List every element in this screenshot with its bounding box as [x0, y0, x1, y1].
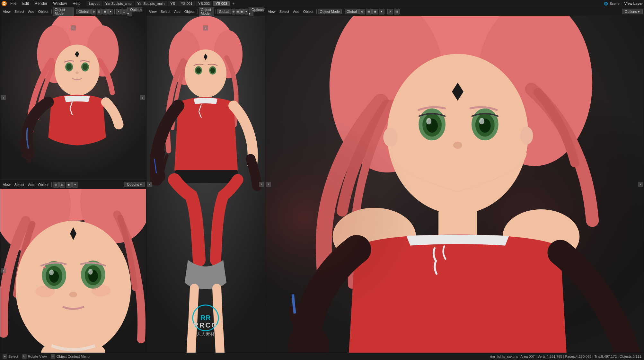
p4-right: Options ▾: [124, 182, 145, 187]
status-select: ● Select: [3, 354, 18, 359]
p2-nav-right[interactable]: ›: [259, 182, 264, 187]
panel-right: View Select Add Object Object Mode Globa…: [265, 7, 644, 353]
panel4-render: [0, 189, 146, 353]
p1-add-btn[interactable]: Add: [26, 9, 36, 14]
p1-object-btn[interactable]: Object: [37, 9, 50, 14]
scene-label: Scene: [610, 2, 620, 5]
panel3-content: ‹ ›: [265, 16, 644, 353]
p3-transform-icon[interactable]: ⊕: [359, 9, 365, 14]
p3-view-btn[interactable]: View: [266, 9, 277, 14]
tab-ys003[interactable]: YS.003: [213, 1, 230, 6]
tab-yansculpts-main[interactable]: YanSculpts_main: [135, 1, 167, 6]
p2-mode-btn[interactable]: Object Mode: [199, 7, 214, 16]
panel3-toolbar: View Select Add Object Object Mode Globa…: [265, 7, 644, 16]
svg-rect-61: [265, 16, 644, 353]
p3-add-btn[interactable]: Add: [291, 9, 301, 14]
p3-xray-icon[interactable]: ✕: [387, 9, 393, 14]
blender-logo-icon: [1, 1, 7, 6]
tab-ys001[interactable]: YS.001: [178, 1, 195, 6]
p4-shading-icon[interactable]: ●: [72, 182, 78, 188]
p3-global-btn[interactable]: Global: [345, 9, 359, 14]
p3-shading-icon[interactable]: ●: [379, 9, 384, 14]
p4-transform-icon[interactable]: ⊕: [53, 182, 59, 188]
p3-mode-btn[interactable]: Object Mode: [318, 9, 342, 14]
p4-options-btn[interactable]: Options ▾: [124, 182, 145, 187]
p3-sep1: [316, 9, 317, 14]
p1-select-btn[interactable]: Select: [13, 9, 26, 14]
p4-nav-left[interactable]: ‹: [1, 268, 6, 273]
tab-layout[interactable]: Layout: [86, 1, 102, 6]
p2-nav-top[interactable]: ‹: [203, 25, 208, 31]
p2-sep1: [198, 9, 198, 14]
tab-yansculpts-cmp[interactable]: YanSculpts_cmp: [103, 1, 134, 6]
p1-options-btn[interactable]: Options ▾: [127, 7, 142, 16]
p3-nav-left[interactable]: ‹: [266, 182, 271, 187]
p1-overlay-icon[interactable]: ◉: [102, 9, 108, 14]
panel-bottom-left: View Select Add Object ⊕ ⊞ ◉ ● Options ▾: [0, 180, 146, 353]
tab-ys002[interactable]: YS.002: [196, 1, 212, 6]
p4-add-btn[interactable]: Add: [26, 182, 36, 187]
p2-transform-icon[interactable]: ⊕: [232, 9, 235, 14]
p4-view-btn[interactable]: View: [1, 182, 12, 187]
select-icon: ●: [3, 354, 7, 359]
p1-mode2-icon[interactable]: ⊡: [121, 9, 127, 14]
panel-top-middle: View Select Add Object Object Mode Globa…: [146, 7, 265, 353]
status-context: ≡ Object Context Menu: [51, 354, 90, 359]
p1-nav-left[interactable]: ‹: [1, 95, 6, 100]
panel4-toolbar: View Select Add Object ⊕ ⊞ ◉ ● Options ▾: [0, 180, 146, 189]
p3-snap-icon[interactable]: ⊞: [366, 9, 372, 14]
status-bar: ● Select ↻ Rotate View ≡ Object Context …: [0, 353, 644, 360]
rotate-icon: ↻: [22, 354, 27, 359]
p2-nav-left[interactable]: ‹: [147, 182, 152, 187]
p3-object-btn[interactable]: Object: [302, 9, 315, 14]
p1-global-btn[interactable]: Global: [76, 9, 91, 14]
p2-shading-icon[interactable]: ●: [244, 9, 248, 14]
svg-point-78: [35, 285, 55, 297]
p2-options-btn[interactable]: Options ▾: [249, 7, 264, 16]
p4-object-btn[interactable]: Object: [37, 182, 50, 187]
panel2-render: RR RRCG 人人素材: [146, 16, 265, 353]
status-stats: rim_lights_sakura | Area.007 | Verts:4.2…: [490, 355, 641, 358]
p2-object-btn[interactable]: Object: [183, 9, 196, 14]
p3-options-btn[interactable]: Options ▾: [622, 9, 643, 14]
panel-top-left: View Select Add Object Object Mode Globa…: [0, 7, 146, 180]
p2-snap-icon[interactable]: ⊞: [236, 9, 240, 14]
p2-overlay-icon[interactable]: ◉: [240, 9, 244, 14]
p3-select-btn[interactable]: Select: [278, 9, 291, 14]
svg-point-27: [210, 67, 215, 73]
menu-file[interactable]: File: [8, 1, 19, 6]
p4-overlay-icon[interactable]: ◉: [66, 182, 72, 188]
p1-xray-icon[interactable]: ✕: [116, 9, 121, 14]
tab-ys[interactable]: YS: [168, 1, 178, 6]
svg-point-2: [4, 3, 5, 4]
p2-add-btn[interactable]: Add: [172, 9, 182, 14]
p1-view-btn[interactable]: View: [1, 9, 12, 14]
add-workspace-button[interactable]: +: [230, 1, 236, 6]
p1-sep3: [114, 9, 115, 14]
p1-transform-icon[interactable]: ⊕: [91, 9, 96, 14]
p3-nav-right[interactable]: ›: [638, 182, 643, 187]
p4-snap-icon[interactable]: ⊞: [59, 182, 65, 188]
menu-help[interactable]: Help: [70, 1, 83, 6]
p1-snap-icon[interactable]: ⊞: [97, 9, 102, 14]
p1-shading-icon[interactable]: ●: [108, 9, 113, 14]
p2-right: Options ▾: [249, 8, 264, 16]
p3-overlay-icon[interactable]: ◉: [372, 9, 378, 14]
p3-mode2-icon[interactable]: ⊡: [394, 9, 400, 14]
menu-edit[interactable]: Edit: [20, 1, 31, 6]
svg-text:人人素材: 人人素材: [197, 331, 215, 337]
context-icon: ≡: [51, 354, 55, 359]
p1-nav-right[interactable]: ›: [140, 95, 145, 100]
svg-text:RR: RR: [200, 314, 211, 322]
p1-mode-btn[interactable]: Object Mode: [53, 7, 74, 16]
panel3-render: [265, 16, 644, 353]
p2-global-btn[interactable]: Global: [217, 9, 231, 14]
p1-nav-top[interactable]: ‹: [71, 25, 76, 31]
menu-render[interactable]: Render: [32, 1, 50, 6]
p2-select-btn[interactable]: Select: [159, 9, 172, 14]
header-right: 🌐 Scene | View Layer: [604, 2, 643, 5]
menu-window[interactable]: Window: [50, 1, 69, 6]
p2-view-btn[interactable]: View: [147, 9, 158, 14]
p4-select-btn[interactable]: Select: [13, 182, 26, 187]
p3-sep3: [386, 9, 386, 14]
